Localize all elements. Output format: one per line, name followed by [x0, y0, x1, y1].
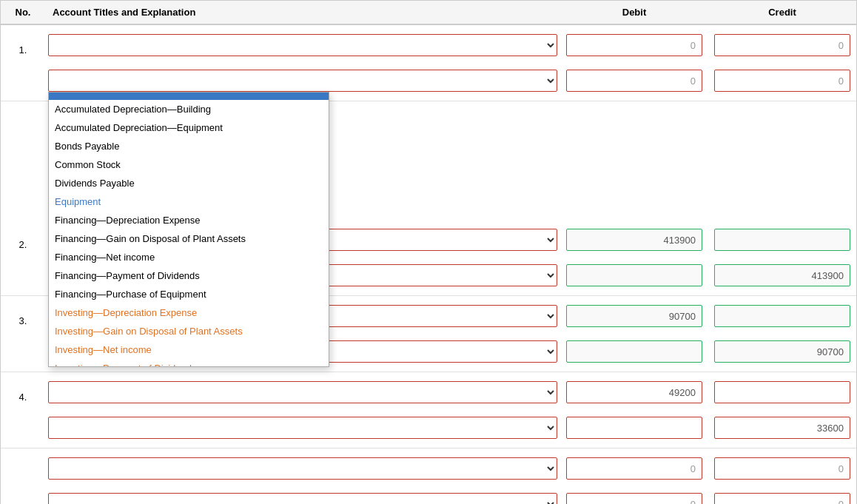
- header-account: Account Titles and Explanation: [45, 7, 560, 18]
- account-select[interactable]: Accumulated Depreciation—BuildingAccumul…: [48, 457, 557, 480]
- row-number: [1, 423, 45, 432]
- credit-cell: [708, 65, 856, 96]
- dropdown-item[interactable]: Financing—Depreciation Expense: [49, 211, 329, 229]
- credit-cell: [708, 224, 856, 255]
- debit-input[interactable]: [566, 70, 702, 92]
- row-number: 1.: [1, 36, 45, 56]
- credit-input[interactable]: [714, 340, 850, 363]
- dropdown-item[interactable]: Investing—Gain on Disposal of Plant Asse…: [49, 322, 329, 340]
- account-select[interactable]: Accumulated Depreciation—BuildingAccumul…: [48, 70, 557, 92]
- debit-input[interactable]: [566, 264, 702, 286]
- credit-input[interactable]: [714, 457, 850, 480]
- debit-cell: [560, 377, 708, 408]
- debit-cell: [560, 336, 708, 367]
- row-number: [1, 464, 45, 473]
- credit-input[interactable]: [714, 381, 850, 403]
- debit-input[interactable]: [566, 457, 702, 480]
- credit-cell: [708, 488, 856, 504]
- dropdown-item[interactable]: Financing—Net income: [49, 248, 329, 266]
- debit-cell: [560, 260, 708, 291]
- credit-cell: [708, 300, 856, 332]
- account-cell: Accumulated Depreciation—BuildingAccumul…: [45, 412, 560, 443]
- debit-cell: [560, 224, 708, 255]
- row-number: [1, 500, 45, 504]
- header-no: No.: [1, 7, 45, 18]
- dropdown-item[interactable]: Financing—Payment of Dividends: [49, 266, 329, 285]
- journal-table: No. Account Titles and Explanation Debit…: [0, 0, 857, 504]
- dropdown-item[interactable]: Equipment: [49, 192, 329, 211]
- dropdown-overlay: Accumulated Depreciation—Building Accumu…: [48, 92, 329, 367]
- credit-input[interactable]: [714, 70, 850, 92]
- account-cell: Accumulated Depreciation—BuildingAccumul…: [45, 488, 560, 504]
- debit-input[interactable]: [566, 229, 702, 251]
- dropdown-item[interactable]: Accumulated Depreciation—Building: [49, 100, 329, 118]
- row-number: [1, 347, 45, 356]
- dropdown-item[interactable]: Investing—Payment of Dividends: [49, 359, 329, 366]
- dropdown-item[interactable]: Bonds Payable: [49, 137, 329, 155]
- header-credit: Credit: [708, 7, 856, 18]
- row-number: [1, 65, 45, 74]
- credit-input[interactable]: [714, 305, 850, 327]
- row-number: 4.: [1, 383, 45, 403]
- account-select[interactable]: Accumulated Depreciation—BuildingAccumul…: [48, 417, 557, 439]
- debit-input[interactable]: [566, 305, 702, 327]
- dropdown-item[interactable]: Financing—Gain on Disposal of Plant Asse…: [49, 229, 329, 248]
- credit-cell: [708, 30, 856, 61]
- debit-input[interactable]: [566, 340, 702, 363]
- table-row: 4. Accumulated Depreciation—BuildingAccu…: [1, 372, 856, 448]
- dropdown-item[interactable]: Accumulated Depreciation—Equipment: [49, 118, 329, 137]
- row-number: 3.: [1, 306, 45, 326]
- dropdown-item[interactable]: Investing—Depreciation Expense: [49, 303, 329, 322]
- dropdown-item[interactable]: [49, 93, 329, 100]
- dropdown-item[interactable]: Common Stock: [49, 155, 329, 174]
- dropdown-item[interactable]: Financing—Purchase of Equipment: [49, 285, 329, 303]
- credit-cell: [708, 377, 856, 408]
- table-row: Accumulated Depreciation—BuildingAccumul…: [1, 448, 856, 504]
- dropdown-item[interactable]: Dividends Payable: [49, 174, 329, 192]
- credit-cell: [708, 336, 856, 367]
- credit-cell: [708, 453, 856, 484]
- debit-input[interactable]: [566, 493, 702, 504]
- row-number: 2.: [1, 230, 45, 250]
- credit-cell: [708, 260, 856, 291]
- debit-cell: [560, 488, 708, 504]
- credit-input[interactable]: [714, 229, 850, 251]
- account-select[interactable]: Accumulated Depreciation—BuildingAccumul…: [48, 34, 557, 56]
- debit-input[interactable]: [566, 381, 702, 403]
- account-cell: Accumulated Depreciation—BuildingAccumul…: [45, 453, 560, 484]
- account-cell: Accumulated Depreciation—BuildingAccumul…: [45, 377, 560, 408]
- debit-cell: [560, 30, 708, 61]
- dropdown-item[interactable]: Investing—Net income: [49, 340, 329, 359]
- account-select[interactable]: Accumulated Depreciation—BuildingAccumul…: [48, 493, 557, 504]
- credit-cell: [708, 412, 856, 443]
- row-number: [1, 271, 45, 280]
- debit-input[interactable]: [566, 34, 702, 56]
- dropdown-list[interactable]: Accumulated Depreciation—Building Accumu…: [49, 93, 329, 366]
- debit-cell: [560, 453, 708, 484]
- credit-input[interactable]: [714, 493, 850, 504]
- debit-cell: [560, 300, 708, 332]
- credit-input[interactable]: [714, 417, 850, 439]
- credit-input[interactable]: [714, 34, 850, 56]
- account-cell: Accumulated Depreciation—BuildingAccumul…: [45, 30, 560, 61]
- debit-cell: [560, 65, 708, 96]
- account-cell: Accumulated Depreciation—BuildingAccumul…: [45, 65, 560, 96]
- debit-input[interactable]: [566, 417, 702, 439]
- account-select[interactable]: Accumulated Depreciation—BuildingAccumul…: [48, 381, 557, 403]
- credit-input[interactable]: [714, 264, 850, 286]
- header-debit: Debit: [560, 7, 708, 18]
- debit-cell: [560, 412, 708, 443]
- table-row: 1. Accumulated Depreciation—BuildingAccu…: [1, 25, 856, 101]
- table-header: No. Account Titles and Explanation Debit…: [1, 1, 856, 25]
